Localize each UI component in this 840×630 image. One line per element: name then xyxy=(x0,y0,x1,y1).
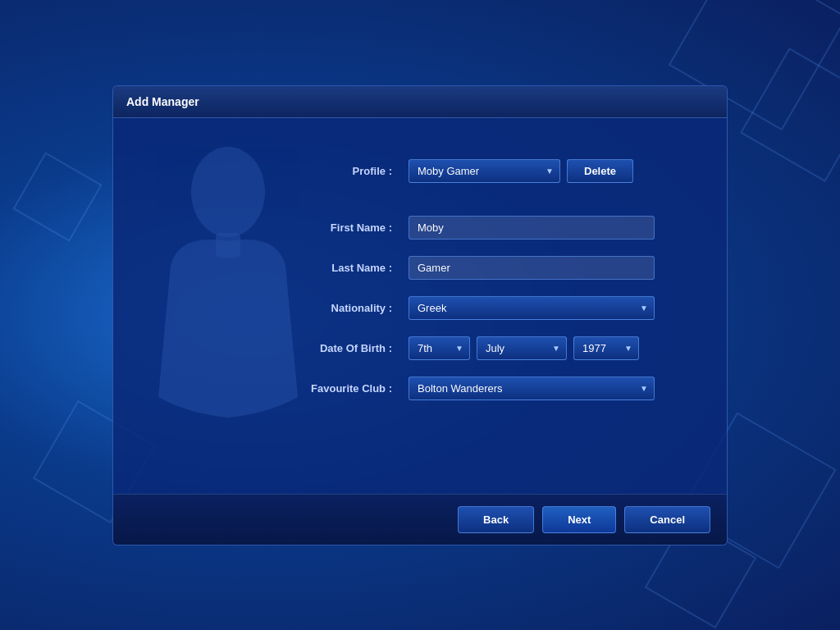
profile-select[interactable]: Moby Gamer xyxy=(409,159,560,183)
fav-club-select[interactable]: Bolton Wanderers Arsenal Chelsea Liverpo… xyxy=(409,377,655,400)
first-name-input[interactable] xyxy=(409,216,655,240)
last-name-controls xyxy=(409,256,694,280)
back-button[interactable]: Back xyxy=(458,506,534,533)
add-manager-dialog: Add Manager Profile : Moby Gamer xyxy=(112,85,728,546)
nationality-select-wrapper: Greek English Spanish French xyxy=(409,296,655,320)
last-name-label: Last Name : xyxy=(294,262,409,274)
dialog-footer: Back Next Cancel xyxy=(113,494,727,545)
last-name-input[interactable] xyxy=(409,256,655,280)
first-name-row: First Name : xyxy=(294,216,694,240)
dialog-title-bar: Add Manager xyxy=(113,86,727,118)
dob-month-select-wrapper: July January February March April May Ju… xyxy=(477,336,567,360)
dob-month-select[interactable]: July January February March April May Ju… xyxy=(477,336,567,360)
first-name-label: First Name : xyxy=(294,221,409,234)
profile-controls: Moby Gamer Delete xyxy=(409,159,694,183)
manager-silhouette xyxy=(138,135,318,463)
svg-point-0 xyxy=(191,147,265,237)
nationality-row: Nationality : Greek English Spanish Fren… xyxy=(294,296,694,320)
fav-club-controls: Bolton Wanderers Arsenal Chelsea Liverpo… xyxy=(409,377,694,400)
dob-day-select[interactable]: 7th 1st 2nd 3rd xyxy=(409,336,470,360)
dob-year-select[interactable]: 1977 1970 1971 1972 1975 1980 xyxy=(573,336,639,360)
dob-controls: 7th 1st 2nd 3rd July January February Ma… xyxy=(409,336,694,360)
dob-row: Date Of Birth : 7th 1st 2nd 3rd July xyxy=(294,336,694,360)
dob-label: Date Of Birth : xyxy=(294,342,409,354)
fav-club-select-wrapper: Bolton Wanderers Arsenal Chelsea Liverpo… xyxy=(409,377,655,400)
first-name-controls xyxy=(409,216,694,240)
profile-select-wrapper: Moby Gamer xyxy=(409,159,560,183)
next-button[interactable]: Next xyxy=(542,506,616,533)
dialog-title: Add Manager xyxy=(126,95,199,108)
dob-year-select-wrapper: 1977 1970 1971 1972 1975 1980 xyxy=(573,336,639,360)
profile-label: Profile : xyxy=(294,165,409,177)
nationality-label: Nationality : xyxy=(294,302,409,314)
form-section: Profile : Moby Gamer Delete First Name : xyxy=(294,159,694,400)
fav-club-label: Favourite Club : xyxy=(294,382,409,395)
nationality-controls: Greek English Spanish French xyxy=(409,296,694,320)
fav-club-row: Favourite Club : Bolton Wanderers Arsena… xyxy=(294,377,694,400)
svg-rect-1 xyxy=(216,233,240,258)
dialog-body: Profile : Moby Gamer Delete First Name : xyxy=(113,118,727,545)
dob-day-select-wrapper: 7th 1st 2nd 3rd xyxy=(409,336,470,360)
profile-row: Profile : Moby Gamer Delete xyxy=(294,159,694,183)
nationality-select[interactable]: Greek English Spanish French xyxy=(409,296,655,320)
delete-button[interactable]: Delete xyxy=(567,159,633,183)
cancel-button[interactable]: Cancel xyxy=(624,506,710,533)
last-name-row: Last Name : xyxy=(294,256,694,280)
